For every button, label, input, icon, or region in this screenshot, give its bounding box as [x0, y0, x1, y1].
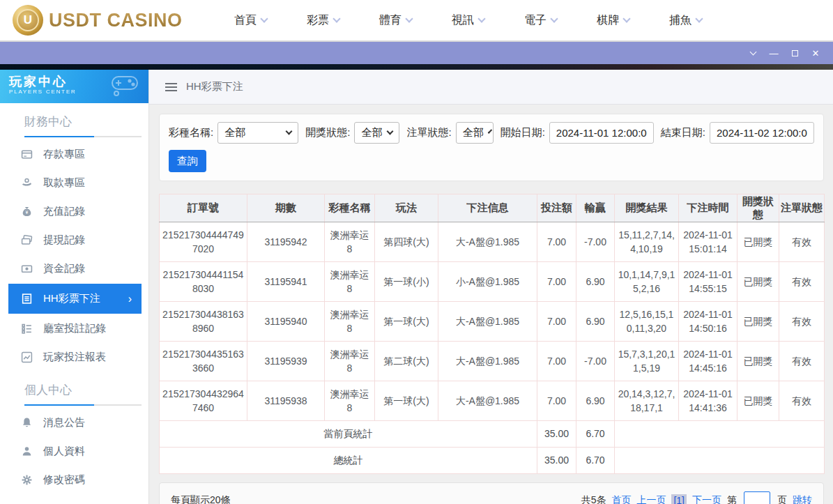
table-header-cell: 玩法 — [375, 194, 438, 222]
table-cell: 2152173044411548030 — [160, 262, 247, 302]
summary-label: 當前頁統計 — [160, 421, 537, 448]
sidebar-item-password[interactable]: 修改密碼 — [0, 466, 148, 494]
top-nav-item[interactable]: 棋牌 — [577, 13, 650, 28]
table-cell: 2024-11-01 14:55:15 — [679, 262, 738, 302]
table-row: 215217304438163896031195940澳洲幸运8第一球(大)大-… — [160, 302, 825, 342]
top-nav-item[interactable]: 捕魚 — [650, 13, 722, 28]
sidebar-item-announcement[interactable]: 消息公告 — [0, 408, 148, 437]
close-icon[interactable]: ✕ — [805, 42, 826, 64]
draw-status-select[interactable]: 全部 — [354, 122, 399, 144]
chevron-down-icon — [550, 15, 558, 22]
table-header-row: 訂單號期數彩種名稱玩法下注信息投注額輸贏開獎結果下注時間開獎狀態注單狀態 — [160, 194, 825, 222]
table-header-cell: 彩種名稱 — [325, 194, 375, 222]
chevron-down-icon — [333, 15, 340, 22]
prev-page-link[interactable]: 上一页 — [636, 494, 666, 504]
current-page-indicator[interactable]: [1] — [671, 494, 687, 504]
table-cell: 7.00 — [537, 381, 576, 421]
sidebar-item-withdraw[interactable]: 取款專區 — [0, 169, 148, 197]
search-button[interactable]: 查詢 — [169, 150, 206, 172]
brand-logo[interactable]: U USDT CASINO — [13, 5, 183, 36]
summary-empty-cell — [615, 448, 825, 474]
start-date-input[interactable] — [549, 122, 654, 144]
chevron-down-icon — [387, 128, 394, 135]
page-jump-input[interactable] — [744, 491, 770, 504]
top-nav-item[interactable]: 體育 — [360, 13, 432, 28]
sidebar-item-label: 存款專區 — [43, 148, 85, 161]
top-nav-item[interactable]: 電子 — [505, 13, 577, 28]
table-cell: 6.90 — [576, 381, 615, 421]
sidebar-item-lottery-bet[interactable]: HH彩票下注› — [8, 284, 142, 314]
table-header-cell: 下注信息 — [438, 194, 537, 222]
table-cell: -7.00 — [576, 222, 615, 262]
coin-logo-icon: U — [13, 5, 43, 36]
password-icon — [21, 474, 33, 486]
table-cell: 2152173044329647460 — [160, 381, 247, 421]
table-cell: 2024-11-01 14:45:16 — [679, 342, 738, 381]
announcement-icon — [21, 417, 33, 429]
withdrawal-record-icon — [21, 234, 33, 246]
top-nav-items: 首頁彩票體育視訊電子棋牌捕魚 — [215, 13, 722, 28]
sidebar-item-recharge-record[interactable]: ¥充值記錄 — [0, 197, 148, 226]
table-cell: 7.00 — [537, 222, 576, 262]
table-header-cell: 注單狀態 — [779, 194, 825, 222]
table-header-cell: 開獎結果 — [615, 194, 679, 222]
top-nav-item[interactable]: 彩票 — [287, 13, 360, 28]
table-cell: 第一球(大) — [375, 381, 438, 421]
table-cell: 31195942 — [247, 222, 325, 262]
player-report-icon — [21, 351, 33, 363]
sidebar-item-label: 廳室投註記錄 — [43, 322, 106, 335]
summary-win-loss-total: 6.70 — [576, 448, 615, 474]
lottery-name-select[interactable]: 全部 — [217, 122, 298, 144]
pagination-bar: 每頁顯示20條 共5条 首页 上一页 [1] 下一页 第 页 跳转 — [159, 482, 824, 504]
top-nav-item-label: 彩票 — [307, 13, 329, 28]
sidebar-item-deposit[interactable]: 存款專區 — [0, 140, 148, 169]
summary-empty-cell — [615, 421, 825, 448]
table-cell: 小-A盤@1.985 — [438, 262, 537, 302]
jump-button[interactable]: 跳转 — [793, 494, 812, 504]
table-cell: 澳洲幸运8 — [325, 302, 375, 342]
table-cell: 第一球(大) — [375, 302, 438, 342]
top-nav-item[interactable]: 視訊 — [432, 13, 505, 28]
table-cell: 6.90 — [576, 302, 615, 342]
chevron-down-icon — [286, 128, 293, 135]
profile-icon — [21, 445, 33, 457]
content-area: HH彩票下注 彩種名稱: 全部 開獎狀態: 全部 注單狀態: — [149, 70, 833, 504]
table-cell: 澳洲幸运8 — [325, 222, 375, 262]
table-cell: 有效 — [779, 342, 825, 381]
withdraw-icon — [21, 177, 33, 189]
end-date-input[interactable] — [710, 122, 814, 144]
table-cell: 澳洲幸运8 — [325, 342, 375, 381]
table-cell: 31195940 — [247, 302, 325, 342]
minimize-icon[interactable]: — — [763, 42, 784, 64]
sidebar-item-player-report[interactable]: 玩家投注報表 — [0, 343, 148, 372]
sidebar-item-room-bet-record[interactable]: 廳室投註記錄 — [0, 314, 148, 343]
lottery-name-label: 彩種名稱: — [169, 126, 213, 139]
table-cell: 第二球(大) — [375, 342, 438, 381]
sidebar-item-funds-record[interactable]: 資金記錄 — [0, 254, 148, 283]
chevron-down-icon[interactable] — [742, 42, 763, 64]
sidebar-item-withdrawal-record[interactable]: 提現記錄 — [0, 226, 148, 254]
top-nav-item-label: 捕魚 — [669, 13, 691, 28]
next-page-link[interactable]: 下一页 — [692, 494, 721, 504]
maximize-icon[interactable] — [784, 42, 805, 64]
sidebar-section-label: 財務中心 — [0, 103, 148, 130]
table-cell: 已開獎 — [738, 381, 779, 421]
top-nav-item[interactable]: 首頁 — [215, 13, 287, 28]
top-nav-item-label: 視訊 — [452, 13, 474, 28]
draw-status-label: 開獎狀態: — [305, 126, 350, 139]
first-page-link[interactable]: 首页 — [611, 494, 631, 504]
filter-panel: 彩種名稱: 全部 開獎狀態: 全部 注單狀態: 全部 開始 — [159, 114, 824, 181]
sidebar-item-profile[interactable]: 個人資料 — [0, 437, 148, 466]
table-cell: 有效 — [779, 302, 825, 342]
table-row: 215217304441154803031195941澳洲幸运8第一球(小)小-… — [160, 262, 825, 302]
table-cell: 有效 — [779, 381, 825, 421]
chevron-down-icon — [260, 15, 268, 22]
lottery-name-value: 全部 — [224, 126, 245, 139]
sidebar-item-label: 取款專區 — [43, 176, 85, 190]
table-cell: 31195941 — [247, 262, 325, 302]
sidebar-section-underline — [24, 404, 142, 406]
order-status-select[interactable]: 全部 — [456, 122, 494, 144]
table-row: 215217304435163366031195939澳洲幸运8第二球(大)大-… — [160, 342, 825, 381]
hamburger-menu-icon[interactable] — [165, 83, 177, 91]
sidebar-menu-list: 消息公告個人資料修改密碼 — [0, 406, 148, 494]
